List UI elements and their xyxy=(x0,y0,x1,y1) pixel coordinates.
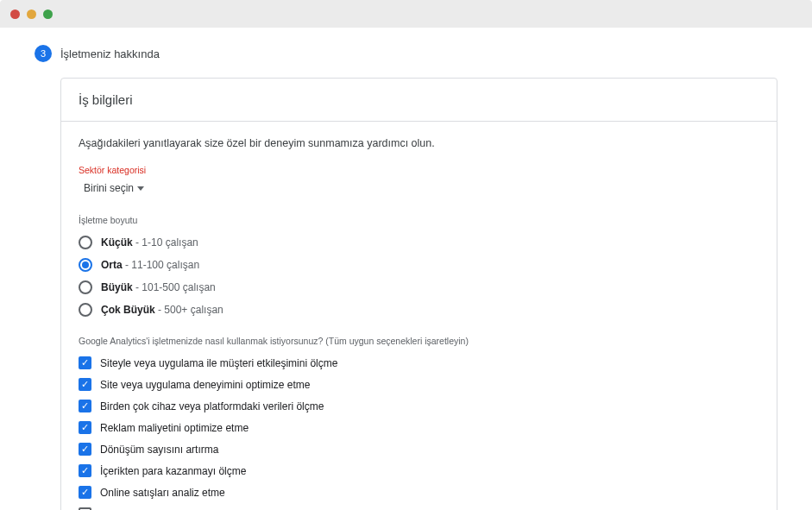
checkbox-icon: ✓ xyxy=(79,443,91,456)
checkbox-label: Reklam maliyetini optimize etme xyxy=(100,422,249,434)
window-maximize-dot[interactable] xyxy=(43,9,53,19)
industry-select[interactable]: Birini seçin xyxy=(79,180,144,206)
checkbox-label: Siteyle veya uygulama ile müşteri etkile… xyxy=(100,357,337,369)
size-section: İşletme boyutu Küçük - 1-10 çalışanOrta … xyxy=(79,215,759,320)
radio-label: Orta - 11-100 çalışan xyxy=(101,259,199,271)
step-header: 3 İşletmeniz hakkında xyxy=(35,45,777,62)
industry-section: Sektör kategorisi Birini seçin xyxy=(79,165,759,206)
step-number-badge: 3 xyxy=(35,45,52,62)
window-minimize-dot[interactable] xyxy=(27,9,36,19)
size-radio-option[interactable]: Orta - 11-100 çalışan xyxy=(79,255,759,275)
checkbox-label: Online satışları analiz etme xyxy=(100,487,225,499)
usage-checkbox-option[interactable]: ✓Uygulama yüklemelerini ölçme xyxy=(79,504,759,510)
radio-icon xyxy=(79,258,92,272)
window-close-dot[interactable] xyxy=(10,9,20,19)
usage-checkbox-option[interactable]: ✓Birden çok cihaz veya platformdaki veri… xyxy=(79,396,759,416)
usage-checkbox-option[interactable]: ✓Site veya uygulama deneyimini optimize … xyxy=(79,375,759,394)
usage-checkbox-option[interactable]: ✓Online satışları analiz etme xyxy=(79,482,759,502)
checkbox-icon: ✓ xyxy=(79,356,91,369)
caret-down-icon xyxy=(137,186,144,191)
window-titlebar xyxy=(0,0,812,28)
usage-section: Google Analytics'i işletmenizde nasıl ku… xyxy=(79,336,759,510)
usage-checkbox-option[interactable]: ✓Reklam maliyetini optimize etme xyxy=(79,418,759,438)
size-radio-option[interactable]: Küçük - 1-10 çalışan xyxy=(79,232,759,253)
checkbox-label: Birden çok cihaz veya platformdaki veril… xyxy=(100,400,324,412)
size-radio-option[interactable]: Çok Büyük - 500+ çalışan xyxy=(79,299,759,320)
industry-select-value: Birini seçin xyxy=(84,182,134,194)
checkbox-label: Site veya uygulama deneyimini optimize e… xyxy=(100,379,310,391)
radio-icon xyxy=(79,236,92,249)
size-radio-group: Küçük - 1-10 çalışanOrta - 11-100 çalışa… xyxy=(79,232,759,320)
radio-label: Büyük - 101-500 çalışan xyxy=(101,281,216,293)
card-title: İş bilgileri xyxy=(61,79,777,122)
intro-text: Aşağıdakileri yanıtlayarak size özel bir… xyxy=(79,137,759,149)
checkbox-icon: ✓ xyxy=(79,378,91,391)
usage-checkbox-option[interactable]: ✓Dönüşüm sayısını artırma xyxy=(79,439,759,459)
radio-label: Küçük - 1-10 çalışan xyxy=(101,236,198,249)
usage-label: Google Analytics'i işletmenizde nasıl ku… xyxy=(79,336,759,346)
usage-checkbox-option[interactable]: ✓Siteyle veya uygulama ile müşteri etkil… xyxy=(79,353,759,373)
checkbox-icon: ✓ xyxy=(79,486,91,499)
size-radio-option[interactable]: Büyük - 101-500 çalışan xyxy=(79,277,759,298)
checkbox-icon: ✓ xyxy=(79,400,91,412)
checkbox-icon: ✓ xyxy=(79,421,91,434)
industry-label: Sektör kategorisi xyxy=(79,165,759,175)
radio-icon xyxy=(79,303,92,317)
checkbox-icon: ✓ xyxy=(79,464,91,477)
form-card: İş bilgileri Aşağıdakileri yanıtlayarak … xyxy=(60,78,777,510)
usage-checkbox-group: ✓Siteyle veya uygulama ile müşteri etkil… xyxy=(79,353,759,510)
step-title: İşletmeniz hakkında xyxy=(60,47,160,60)
size-label: İşletme boyutu xyxy=(79,215,759,225)
checkbox-label: İçerikten para kazanmayı ölçme xyxy=(100,465,246,477)
usage-checkbox-option[interactable]: ✓İçerikten para kazanmayı ölçme xyxy=(79,461,759,481)
radio-icon xyxy=(79,280,92,294)
radio-label: Çok Büyük - 500+ çalışan xyxy=(101,304,223,316)
checkbox-label: Dönüşüm sayısını artırma xyxy=(100,444,218,456)
